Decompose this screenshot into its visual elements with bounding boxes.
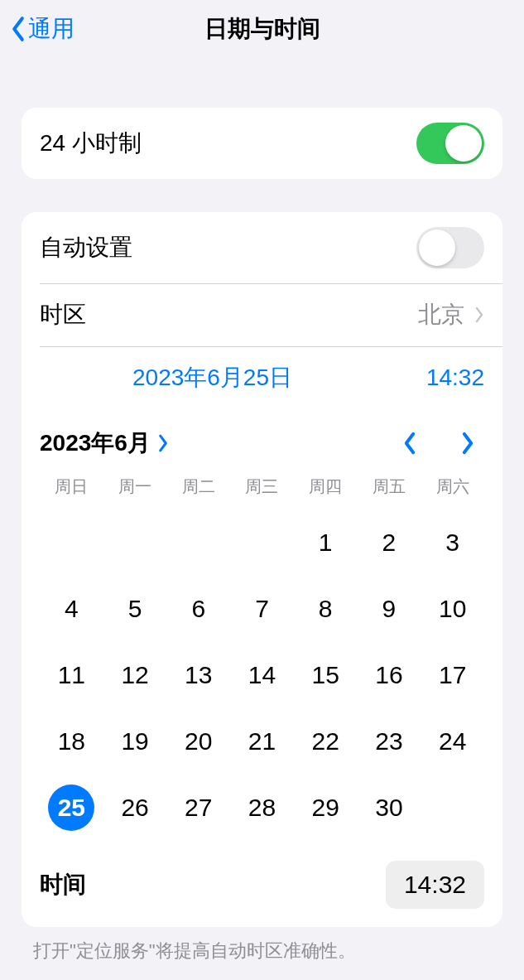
time-label: 时间 [40,869,386,900]
weekday-label: 周六 [421,476,484,509]
twenty-four-hour-label: 24 小时制 [40,128,416,159]
weekday-label: 周一 [103,476,167,509]
calendar-day[interactable]: 1 [294,509,358,576]
calendar-day[interactable]: 13 [166,642,230,708]
footer-hint: 打开"定位服务"将提高自动时区准确性。 [0,927,524,963]
chevron-right-icon [474,307,484,323]
auto-set-label: 自动设置 [40,232,416,263]
calendar-day[interactable]: 10 [421,576,484,642]
calendar-day[interactable]: 2 [358,509,421,576]
calendar-day[interactable]: 12 [103,642,167,708]
weekday-label: 周二 [166,476,230,509]
calendar-day[interactable]: 24 [421,708,484,775]
twenty-four-hour-toggle[interactable] [416,123,484,164]
prev-month-button[interactable] [393,432,426,455]
weekday-label: 周日 [40,476,103,509]
calendar-day[interactable]: 8 [294,576,358,642]
calendar-day[interactable]: 20 [166,708,230,775]
calendar-empty-cell [40,509,103,576]
calendar-empty-cell [166,509,230,576]
calendar-day[interactable]: 16 [358,642,421,708]
calendar-day[interactable]: 11 [40,642,103,708]
timezone-row[interactable]: 时区 北京 [22,283,502,346]
calendar-day[interactable]: 6 [166,576,230,642]
calendar-day[interactable]: 4 [40,576,103,642]
timezone-label: 时区 [40,299,418,331]
calendar-day[interactable]: 18 [40,708,103,775]
calendar-day[interactable]: 23 [358,708,421,775]
auto-set-toggle[interactable] [416,227,484,268]
time-row: 时间 14:32 [22,851,502,927]
calendar-day[interactable]: 9 [358,576,421,642]
timezone-value: 北京 [418,299,464,331]
current-datetime-row: 2023年6月25日 14:32 [22,346,502,409]
weekday-label: 周五 [358,476,421,509]
chevron-left-icon [402,432,417,455]
calendar-day[interactable]: 3 [421,509,484,576]
auto-set-row: 自动设置 [22,212,502,283]
month-label: 2023年6月 [40,427,151,459]
calendar-day[interactable]: 25 [40,775,103,841]
calendar-day[interactable]: 27 [166,775,230,841]
twenty-four-hour-row: 24 小时制 [22,108,502,179]
month-picker-button[interactable]: 2023年6月 [40,427,169,459]
current-time[interactable]: 14:32 [385,364,484,391]
current-date[interactable]: 2023年6月25日 [40,362,385,393]
calendar-day[interactable]: 17 [421,642,484,708]
next-month-button[interactable] [451,432,484,455]
calendar-day[interactable]: 19 [103,708,167,775]
time-picker-button[interactable]: 14:32 [386,861,484,909]
weekday-label: 周四 [294,476,358,509]
calendar-day[interactable]: 22 [294,708,358,775]
calendar-day[interactable]: 29 [294,775,358,841]
calendar-day[interactable]: 7 [230,576,294,642]
calendar-day[interactable]: 5 [103,576,167,642]
calendar-day[interactable]: 28 [230,775,294,841]
chevron-right-icon [460,432,475,455]
back-label: 通用 [28,13,75,45]
calendar-day[interactable]: 15 [294,642,358,708]
calendar: 2023年6月 周日周一周二周三周四周五周六 12345678910111213… [22,409,502,851]
calendar-day[interactable]: 26 [103,775,167,841]
chevron-left-icon [10,16,26,42]
weekday-label: 周三 [230,476,294,509]
calendar-empty-cell [230,509,294,576]
calendar-empty-cell [103,509,167,576]
calendar-day[interactable]: 30 [358,775,421,841]
calendar-day[interactable]: 14 [230,642,294,708]
back-button[interactable]: 通用 [0,13,75,45]
page-title: 日期与时间 [0,13,524,45]
chevron-right-icon [157,434,169,452]
calendar-day[interactable]: 21 [230,708,294,775]
